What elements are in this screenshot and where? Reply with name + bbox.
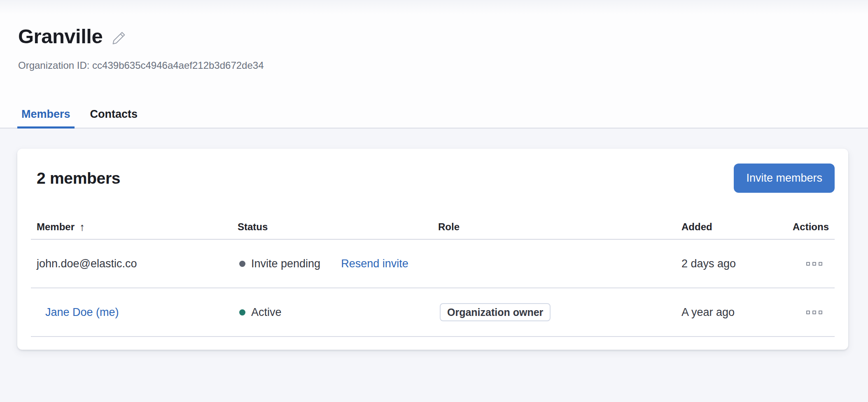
column-header-member[interactable]: Member ↑ bbox=[31, 221, 233, 233]
role-cell: Organization owner bbox=[436, 303, 675, 321]
tab-contacts[interactable]: Contacts bbox=[86, 107, 142, 128]
member-profile-link[interactable]: Jane Doe (me) bbox=[45, 306, 119, 319]
status-cell: Active bbox=[233, 306, 436, 319]
added-cell: 2 days ago bbox=[675, 257, 793, 270]
page-header: Granville Organization ID: cc439b635c494… bbox=[0, 0, 868, 129]
boxes-horizontal-icon bbox=[806, 311, 810, 314]
sort-up-arrow-icon: ↑ bbox=[79, 221, 85, 233]
column-header-role: Role bbox=[436, 221, 675, 233]
resend-invite-link[interactable]: Resend invite bbox=[341, 257, 408, 270]
pencil-icon bbox=[112, 30, 126, 45]
status-dot-active-icon bbox=[239, 309, 245, 316]
status-label: Invite pending bbox=[251, 257, 320, 270]
actions-cell bbox=[793, 259, 835, 268]
table-row-current-user: Jane Doe (me) Active Organization owner … bbox=[31, 288, 835, 337]
title-row: Granville bbox=[0, 0, 868, 49]
status-dot-pending-icon bbox=[239, 261, 245, 267]
actions-cell bbox=[793, 308, 835, 317]
organization-id: Organization ID: cc439b635c4946a4aef212b… bbox=[0, 59, 868, 72]
member-email: john.doe@elastic.co bbox=[31, 257, 233, 270]
status-label: Active bbox=[251, 306, 282, 319]
status-cell: Invite pending Resend invite bbox=[233, 257, 436, 270]
row-actions-button[interactable] bbox=[804, 259, 825, 268]
members-card: 2 members Invite members Member ↑ Status… bbox=[17, 149, 848, 350]
role-badge: Organization owner bbox=[440, 303, 551, 321]
member-name-cell: Jane Doe (me) bbox=[31, 306, 233, 319]
page-title: Granville bbox=[18, 24, 103, 49]
tab-members[interactable]: Members bbox=[17, 107, 75, 128]
added-cell: A year ago bbox=[675, 306, 793, 319]
table-row-invited-member: john.doe@elastic.co Invite pending Resen… bbox=[31, 240, 835, 288]
column-header-status: Status bbox=[233, 221, 436, 233]
boxes-horizontal-icon bbox=[806, 262, 810, 266]
column-header-added: Added bbox=[675, 221, 793, 233]
tab-bar: Members Contacts bbox=[0, 107, 868, 129]
edit-organization-name-button[interactable] bbox=[112, 30, 126, 45]
members-table: Member ↑ Status Role Added Actions john.… bbox=[31, 221, 835, 337]
members-count-heading: 2 members bbox=[31, 168, 120, 188]
members-card-header: 2 members Invite members bbox=[31, 164, 835, 193]
column-header-actions: Actions bbox=[793, 221, 836, 233]
page-body: 2 members Invite members Member ↑ Status… bbox=[0, 129, 868, 400]
invite-members-button[interactable]: Invite members bbox=[734, 164, 835, 193]
row-actions-button[interactable] bbox=[804, 308, 825, 317]
table-header-row: Member ↑ Status Role Added Actions bbox=[31, 221, 835, 240]
